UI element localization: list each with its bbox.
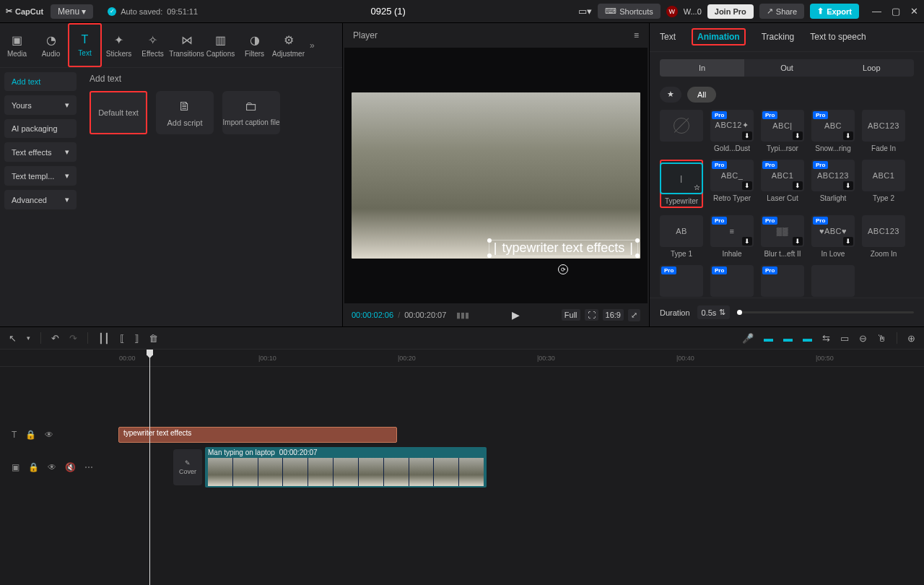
slider-thumb[interactable]	[737, 310, 742, 315]
nav-stickers[interactable]: ✦Stickers	[102, 23, 136, 67]
tab-text[interactable]: Text	[660, 30, 676, 43]
expand-icon[interactable]: ⤢	[628, 309, 640, 321]
timeline-ruler[interactable]: 00:00|00:10|00:20|00:30|00:40|00:50	[0, 350, 924, 367]
selection-handle[interactable]	[635, 238, 640, 243]
card-add-script[interactable]: 🗎Add script	[156, 91, 214, 134]
ratio-button[interactable]: 16:9	[603, 309, 624, 321]
nav-media[interactable]: ▣Media	[0, 23, 34, 67]
zoom-out-icon[interactable]: ⊖	[859, 333, 867, 344]
close-button[interactable]: ✕	[910, 6, 918, 17]
share-button[interactable]: ↗Share	[759, 4, 804, 19]
chevron-down-icon[interactable]: ▾	[27, 334, 30, 342]
animation-inhale[interactable]: Pro≡⬇Inhale	[710, 215, 754, 258]
sidebar-item-yours[interactable]: Yours▾	[4, 95, 77, 115]
nav-adjustmer[interactable]: ⚙Adjustmer	[271, 23, 305, 67]
selection-handle[interactable]	[487, 254, 492, 258]
trim-left-icon[interactable]: ⟦	[120, 333, 124, 344]
animation-none[interactable]	[660, 110, 703, 152]
text-overlay[interactable]: typewriter text effects ⟳	[489, 240, 638, 256]
stepper-icon[interactable]: ⇅	[719, 308, 725, 317]
sidebar-item-text-effects[interactable]: Text effects▾	[4, 142, 77, 162]
sidebar-item-advanced[interactable]: Advanced▾	[4, 190, 77, 209]
maximize-button[interactable]: ▢	[892, 6, 900, 17]
card-default-text[interactable]: Default text	[90, 91, 147, 134]
playhead[interactable]	[149, 350, 150, 585]
mic-icon[interactable]: 🎤	[742, 333, 754, 344]
animation-none[interactable]	[811, 265, 855, 298]
delete-icon[interactable]: 🗑	[149, 333, 158, 344]
animation-type-2[interactable]: ABC1Type 2	[862, 160, 905, 208]
nav-effects[interactable]: ✧Effects	[136, 23, 170, 67]
selection-handle[interactable]	[635, 254, 640, 258]
shortcuts-button[interactable]: ⌨Shortcuts	[598, 4, 660, 19]
volume-icon[interactable]: ▮▮▮	[456, 311, 469, 320]
tracks-area[interactable]: T 🔒 👁 typewriter text effects ▣ 🔒 👁 🔇 ⋯ …	[0, 367, 924, 585]
redo-icon[interactable]: ↷	[69, 333, 77, 344]
eye-icon[interactable]: 👁	[45, 430, 53, 440]
sidebar-item-text-templ-[interactable]: Text templ...▾	[4, 166, 77, 186]
favorite-icon[interactable]: ☆	[694, 183, 700, 191]
subtab-in[interactable]: In	[660, 59, 744, 77]
tab-animation[interactable]: Animation	[692, 28, 746, 46]
zoom-fit-icon[interactable]: ⛶	[585, 309, 598, 321]
animation-type-1[interactable]: ABType 1	[660, 215, 703, 258]
menu-button[interactable]: Menu ▾	[51, 4, 93, 19]
sidebar-item-add-text[interactable]: Add text	[4, 72, 77, 91]
magnet-left-icon[interactable]: ▬	[764, 333, 773, 344]
mouse-icon[interactable]: 🖱	[877, 333, 886, 344]
video-clip[interactable]: Man typing on laptop 00:00:20:07	[205, 447, 487, 488]
project-title[interactable]: 0925 (1)	[198, 6, 578, 17]
minimize-button[interactable]: —	[872, 6, 881, 17]
eye-icon[interactable]: 👁	[48, 462, 56, 472]
animation-zoom-in[interactable]: ABC123Zoom In	[862, 215, 905, 258]
player-canvas[interactable]: typewriter text effects ⟳	[344, 48, 648, 303]
animation-fade-in[interactable]: ABC123Fade In	[862, 110, 905, 152]
selection-tool-icon[interactable]: ↖	[9, 333, 17, 344]
duration-slider[interactable]	[737, 311, 914, 313]
card-import-caption-file[interactable]: 🗀Import caption file	[222, 91, 280, 134]
nav-text[interactable]: TText	[68, 23, 102, 67]
nav-audio[interactable]: ◔Audio	[34, 23, 68, 67]
rotate-handle[interactable]: ⟳	[558, 264, 568, 274]
nav-more-icon[interactable]: »	[305, 23, 319, 67]
preview-icon[interactable]: ▭	[840, 333, 849, 344]
animation-none[interactable]: Pro	[761, 265, 804, 298]
undo-icon[interactable]: ↶	[51, 333, 59, 344]
favorites-filter-button[interactable]: ★	[660, 87, 681, 103]
subtab-out[interactable]: Out	[744, 59, 829, 77]
animation-laser-cut[interactable]: ProABC1⬇Laser Cut	[761, 160, 804, 208]
animation-none[interactable]: Pro	[710, 265, 754, 298]
magnet-right-icon[interactable]: ▬	[803, 333, 812, 344]
player-menu-icon[interactable]: ≡	[634, 30, 639, 40]
nav-filters[interactable]: ◑Filters	[237, 23, 271, 67]
link-icon[interactable]: ⇆	[822, 333, 830, 344]
animation-typi-rsor[interactable]: ProABC|⬇Typi...rsor	[761, 110, 804, 152]
tab-text-to-speech[interactable]: Text to speech	[810, 30, 866, 43]
split-icon[interactable]: ┃┃	[98, 333, 110, 344]
play-button[interactable]: ▶	[512, 309, 520, 321]
more-icon[interactable]: ⋯	[84, 462, 93, 472]
animation-none[interactable]: Pro	[660, 265, 703, 298]
full-button[interactable]: Full	[562, 309, 580, 321]
animation-retro-typer[interactable]: ProABC_⬇Retro Typer	[710, 160, 754, 208]
animation-in-love[interactable]: Pro♥ABC♥⬇In Love	[811, 215, 855, 258]
timeline[interactable]: 00:00|00:10|00:20|00:30|00:40|00:50 T 🔒 …	[0, 350, 924, 585]
selection-handle[interactable]	[487, 238, 492, 243]
cover-button[interactable]: ✎ Cover	[173, 449, 202, 485]
zoom-fit-timeline-icon[interactable]: ⊕	[907, 333, 915, 344]
animation-blur-t-eft-ii[interactable]: Pro▒▒⬇Blur t...eft II	[761, 215, 804, 258]
duration-input[interactable]: 0.5s ⇅	[697, 306, 731, 319]
ratio-icon[interactable]: ▭▾	[578, 6, 592, 17]
all-filter-button[interactable]: All	[687, 87, 716, 103]
animation-typewriter[interactable]: |☆Typewriter	[660, 160, 703, 208]
animation-gold-dust[interactable]: ProABC12✦⬇Gold...Dust	[710, 110, 754, 152]
nav-captions[interactable]: ▥Captions	[204, 23, 237, 67]
animation-snow-ring[interactable]: ProABC⬇Snow...ring	[811, 110, 855, 152]
subtab-loop[interactable]: Loop	[829, 59, 914, 77]
export-button[interactable]: ⬆Export	[810, 4, 859, 19]
animation-starlight[interactable]: ProABC123⬇Starlight	[811, 160, 855, 208]
lock-icon[interactable]: 🔒	[28, 462, 39, 472]
mute-icon[interactable]: 🔇	[65, 462, 76, 472]
sidebar-item-ai-packaging[interactable]: AI packaging	[4, 119, 77, 138]
nav-transitions[interactable]: ⋈Transitions	[170, 23, 204, 67]
